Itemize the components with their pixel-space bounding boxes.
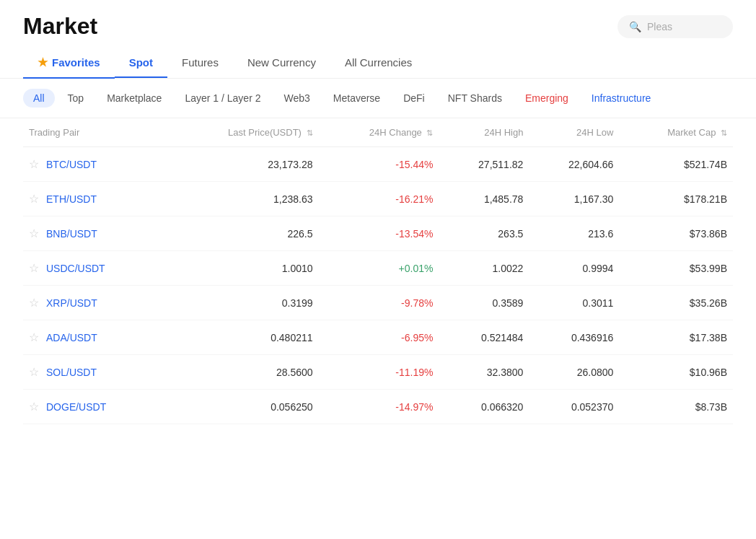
tab-favorites-label: Favorites xyxy=(52,56,100,69)
page-title: Market xyxy=(23,13,97,40)
pair-name-1[interactable]: ETH/USDT xyxy=(46,193,97,205)
search-box[interactable]: 🔍 Pleas xyxy=(617,15,733,38)
cell-pair-1: ☆ ETH/USDT xyxy=(23,182,165,216)
table-row: ☆ ADA/USDT 0.480211 -6.95% 0.521484 0.43… xyxy=(23,320,733,355)
tab-new-currency-label: New Currency xyxy=(247,56,316,69)
filter-emerging[interactable]: Emerging xyxy=(515,89,579,108)
filter-web3[interactable]: Web3 xyxy=(273,89,320,108)
market-table-container: Trading Pair Last Price(USDT) ⇅ 24H Chan… xyxy=(0,118,756,424)
tab-futures-label: Futures xyxy=(182,56,219,69)
cell-price-5: 0.480211 xyxy=(165,320,319,355)
table-row: ☆ DOGE/USDT 0.056250 -14.97% 0.066320 0.… xyxy=(23,390,733,424)
filter-defi[interactable]: DeFi xyxy=(393,89,435,108)
cell-change-6: -11.19% xyxy=(319,355,439,390)
cell-low-1: 1,167.30 xyxy=(529,182,619,216)
favorite-star-2[interactable]: ☆ xyxy=(29,227,39,240)
favorite-star-1[interactable]: ☆ xyxy=(29,192,39,206)
sort-arrow-price: ⇅ xyxy=(307,128,313,137)
cell-cap-0: $521.74B xyxy=(619,147,733,182)
favorite-star-7[interactable]: ☆ xyxy=(29,400,39,413)
page-header: Market 🔍 Pleas xyxy=(0,0,756,47)
favorite-star-0[interactable]: ☆ xyxy=(29,157,39,171)
pair-name-4[interactable]: XRP/USDT xyxy=(46,297,97,309)
cell-change-1: -16.21% xyxy=(319,182,439,216)
favorite-star-6[interactable]: ☆ xyxy=(29,365,39,379)
cell-low-0: 22,604.66 xyxy=(529,147,619,182)
filter-nft-shards[interactable]: NFT Shards xyxy=(438,89,512,108)
pair-name-6[interactable]: SOL/USDT xyxy=(46,367,97,378)
filter-all[interactable]: All xyxy=(23,89,55,108)
cell-high-6: 32.3800 xyxy=(439,355,529,390)
cell-price-3: 1.0010 xyxy=(165,251,319,286)
market-table: Trading Pair Last Price(USDT) ⇅ 24H Chan… xyxy=(23,118,733,424)
favorite-star-4[interactable]: ☆ xyxy=(29,296,39,310)
col-market-cap[interactable]: Market Cap ⇅ xyxy=(619,118,733,147)
cell-low-7: 0.052370 xyxy=(529,390,619,424)
cell-cap-1: $178.21B xyxy=(619,182,733,216)
cell-high-2: 263.5 xyxy=(439,216,529,251)
col-24h-low: 24H Low xyxy=(529,118,619,147)
col-last-price[interactable]: Last Price(USDT) ⇅ xyxy=(165,118,319,147)
cell-change-2: -13.54% xyxy=(319,216,439,251)
cell-high-3: 1.0022 xyxy=(439,251,529,286)
cell-pair-5: ☆ ADA/USDT xyxy=(23,320,165,355)
tab-new-currency[interactable]: New Currency xyxy=(233,48,330,77)
filter-metaverse[interactable]: Metaverse xyxy=(323,89,390,108)
cell-low-2: 213.6 xyxy=(529,216,619,251)
cell-high-7: 0.066320 xyxy=(439,390,529,424)
col-trading-pair: Trading Pair xyxy=(23,118,165,147)
cell-price-7: 0.056250 xyxy=(165,390,319,424)
table-row: ☆ XRP/USDT 0.3199 -9.78% 0.3589 0.3011 $… xyxy=(23,286,733,320)
pair-name-5[interactable]: ADA/USDT xyxy=(46,332,97,343)
tab-bar: ★ Favorites Spot Futures New Currency Al… xyxy=(0,47,756,79)
filter-layer1-layer2[interactable]: Layer 1 / Layer 2 xyxy=(175,89,271,108)
cell-change-7: -14.97% xyxy=(319,390,439,424)
star-icon: ★ xyxy=(38,56,48,69)
col-24h-high: 24H High xyxy=(439,118,529,147)
col-24h-change[interactable]: 24H Change ⇅ xyxy=(319,118,439,147)
sort-arrow-cap: ⇅ xyxy=(721,128,727,137)
pair-name-7[interactable]: DOGE/USDT xyxy=(46,401,106,413)
cell-low-6: 26.0800 xyxy=(529,355,619,390)
cell-high-0: 27,511.82 xyxy=(439,147,529,182)
cell-cap-3: $53.99B xyxy=(619,251,733,286)
filter-bar: All Top Marketplace Layer 1 / Layer 2 We… xyxy=(0,79,756,118)
cell-change-4: -9.78% xyxy=(319,286,439,320)
search-placeholder-text: Pleas xyxy=(647,21,672,32)
cell-pair-3: ☆ USDC/USDT xyxy=(23,251,165,286)
cell-low-5: 0.436916 xyxy=(529,320,619,355)
favorite-star-3[interactable]: ☆ xyxy=(29,261,39,275)
tab-favorites[interactable]: ★ Favorites xyxy=(23,47,115,78)
filter-marketplace[interactable]: Marketplace xyxy=(97,89,172,108)
cell-change-3: +0.01% xyxy=(319,251,439,286)
cell-change-0: -15.44% xyxy=(319,147,439,182)
tab-futures[interactable]: Futures xyxy=(167,48,233,77)
pair-name-0[interactable]: BTC/USDT xyxy=(46,159,97,170)
cell-low-3: 0.9994 xyxy=(529,251,619,286)
cell-cap-2: $73.86B xyxy=(619,216,733,251)
cell-price-2: 226.5 xyxy=(165,216,319,251)
cell-price-4: 0.3199 xyxy=(165,286,319,320)
cell-cap-7: $8.73B xyxy=(619,390,733,424)
table-header-row: Trading Pair Last Price(USDT) ⇅ 24H Chan… xyxy=(23,118,733,147)
filter-top[interactable]: Top xyxy=(58,89,94,108)
cell-high-1: 1,485.78 xyxy=(439,182,529,216)
table-row: ☆ SOL/USDT 28.5600 -11.19% 32.3800 26.08… xyxy=(23,355,733,390)
cell-pair-7: ☆ DOGE/USDT xyxy=(23,390,165,424)
pair-name-3[interactable]: USDC/USDT xyxy=(46,263,105,274)
pair-name-2[interactable]: BNB/USDT xyxy=(46,228,97,240)
cell-change-5: -6.95% xyxy=(319,320,439,355)
cell-pair-0: ☆ BTC/USDT xyxy=(23,147,165,182)
filter-infrastructure[interactable]: Infrastructure xyxy=(581,89,661,108)
table-row: ☆ BNB/USDT 226.5 -13.54% 263.5 213.6 $73… xyxy=(23,216,733,251)
tab-all-currencies-label: All Currencies xyxy=(345,56,412,69)
table-row: ☆ USDC/USDT 1.0010 +0.01% 1.0022 0.9994 … xyxy=(23,251,733,286)
tab-spot-label: Spot xyxy=(129,56,153,69)
table-row: ☆ ETH/USDT 1,238.63 -16.21% 1,485.78 1,1… xyxy=(23,182,733,216)
tab-spot[interactable]: Spot xyxy=(115,48,167,77)
cell-cap-4: $35.26B xyxy=(619,286,733,320)
cell-price-1: 1,238.63 xyxy=(165,182,319,216)
tab-all-currencies[interactable]: All Currencies xyxy=(330,48,426,77)
cell-pair-6: ☆ SOL/USDT xyxy=(23,355,165,390)
favorite-star-5[interactable]: ☆ xyxy=(29,330,39,344)
